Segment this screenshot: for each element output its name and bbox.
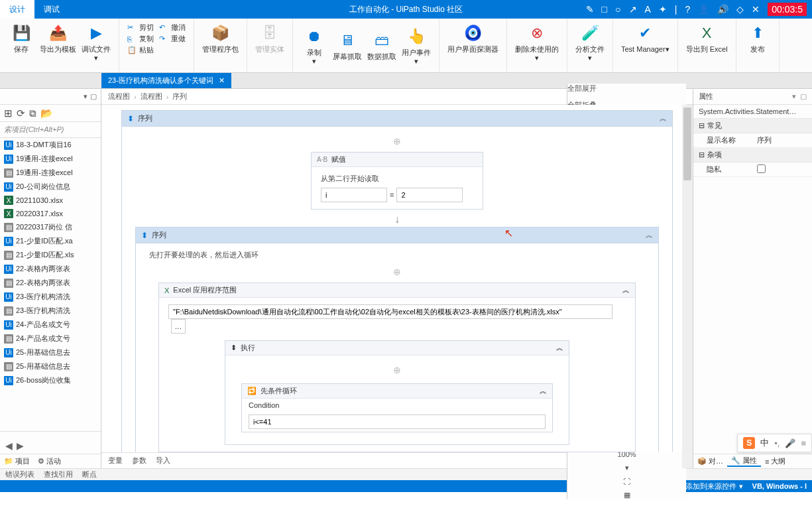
- data-scrape-button[interactable]: 🗃数据抓取: [365, 29, 399, 62]
- ime-mic-icon[interactable]: 🎤: [785, 438, 795, 448]
- collapse-icon[interactable]: ︽: [660, 113, 667, 123]
- tab-error-list[interactable]: 错误列表: [5, 470, 34, 479]
- group-common[interactable]: ⊟ 常见: [693, 119, 812, 133]
- undo-button[interactable]: ↶撤消: [159, 23, 186, 32]
- tab-arguments[interactable]: 参数: [132, 456, 146, 466]
- sound-icon[interactable]: 🔊: [717, 4, 728, 15]
- project-file-item[interactable]: ▤20220317岗位 信: [0, 220, 101, 234]
- nav-left-icon[interactable]: ◀: [4, 439, 14, 452]
- add-activity-button[interactable]: ⊕: [235, 362, 559, 378]
- project-file-item[interactable]: Ui21-少量ID匹配.xa: [0, 234, 101, 248]
- designer-canvas[interactable]: ⬍序列︽ ⊕ A·B赋值 从第二行开始读取 =: [101, 105, 693, 452]
- collapse-icon[interactable]: ︽: [646, 230, 653, 240]
- tab-design[interactable]: 设计: [0, 0, 34, 19]
- open-folder-icon[interactable]: 📂: [40, 107, 53, 119]
- project-file-item[interactable]: X20211030.xlsx: [0, 194, 101, 207]
- publish-button[interactable]: ⬆发布: [742, 21, 774, 55]
- circle-icon[interactable]: ○: [615, 4, 620, 15]
- test-manager-button[interactable]: ✔Test Manager▾: [618, 21, 672, 55]
- crumb-2[interactable]: 流程图: [141, 92, 162, 101]
- ime-language[interactable]: 中: [760, 437, 769, 449]
- square-icon[interactable]: □: [602, 4, 607, 15]
- record-button[interactable]: ⏺录制▾: [298, 25, 330, 67]
- arrow-icon[interactable]: ↗: [629, 4, 637, 15]
- tab-variables[interactable]: 变量: [108, 456, 123, 466]
- tab-find-references[interactable]: 查找引用: [44, 470, 73, 479]
- privacy-checkbox[interactable]: [757, 164, 766, 173]
- close-icon[interactable]: ✕: [752, 4, 760, 15]
- pin-icon[interactable]: ▢: [90, 92, 97, 101]
- tab-breakpoints[interactable]: 断点: [82, 470, 97, 479]
- browse-button[interactable]: …: [171, 319, 186, 334]
- add-activity-button[interactable]: ⊕: [135, 133, 659, 149]
- project-file-item[interactable]: ▤22-表格内两张表: [0, 276, 101, 290]
- tab-activities[interactable]: ⚙ 活动: [34, 456, 65, 466]
- add-to-source-control[interactable]: ✚ 添加到来源控件 ▾: [677, 481, 743, 491]
- project-file-item[interactable]: Ui26-boss岗位收集: [0, 373, 101, 387]
- assign-value-input[interactable]: [396, 188, 463, 202]
- group-misc[interactable]: ⊟ 杂项: [693, 148, 812, 162]
- add-activity-button[interactable]: ⊕: [149, 264, 645, 280]
- nav-right-icon[interactable]: ▶: [15, 439, 25, 452]
- user-icon[interactable]: 👤: [698, 4, 709, 15]
- export-template-button[interactable]: 📤导出为模板: [37, 21, 79, 64]
- project-file-item[interactable]: X20220317.xlsx: [0, 207, 101, 220]
- tab-debug[interactable]: 调试: [34, 0, 69, 19]
- document-tab[interactable]: 23-医疗机构清洗确认多个关键词 ✕: [101, 73, 231, 88]
- paste-button[interactable]: 📋粘贴: [127, 45, 154, 55]
- ime-menu-icon[interactable]: ≡: [801, 438, 806, 448]
- project-file-item[interactable]: ▤25-用基础信息去: [0, 359, 101, 373]
- display-name-value[interactable]: 序列: [757, 135, 807, 145]
- project-search[interactable]: 索项目(Ctrl+Alt+P): [0, 122, 101, 138]
- project-file-item[interactable]: Ui20-公司岗位信息: [0, 180, 101, 194]
- project-file-item[interactable]: Ui22-表格内两张表: [0, 262, 101, 276]
- chevron-down-icon[interactable]: ▾: [84, 92, 87, 101]
- pin-icon[interactable]: ▢: [800, 92, 807, 101]
- text-icon[interactable]: A: [645, 4, 651, 15]
- help-icon[interactable]: ?: [685, 4, 690, 15]
- tab-imports[interactable]: 导入: [156, 456, 170, 466]
- wand-icon[interactable]: ✦: [659, 4, 667, 15]
- project-file-item[interactable]: Ui24-产品名或文号: [0, 318, 101, 332]
- chevron-down-icon[interactable]: ▾: [792, 92, 796, 101]
- refresh-icon[interactable]: ⟳: [17, 107, 25, 119]
- redo-button[interactable]: ↷重做: [159, 34, 186, 44]
- excel-scope-activity[interactable]: XExcel 应用程序范围︽ … ⬍执行︽ ⊕ 🔁先条件循环︽: [158, 283, 636, 452]
- project-file-item[interactable]: ▤19通用-连接excel: [0, 166, 101, 180]
- expand-all-link[interactable]: 全部展开: [567, 84, 686, 94]
- condition-input[interactable]: [249, 414, 546, 429]
- save-button[interactable]: 💾保存: [5, 21, 37, 64]
- cut-button[interactable]: ✂剪切: [127, 23, 154, 32]
- ime-mode-icon[interactable]: •,: [774, 438, 780, 448]
- close-tab-icon[interactable]: ✕: [219, 76, 225, 85]
- tab-outline[interactable]: ≡ 大纲: [761, 456, 789, 466]
- project-file-item[interactable]: Ui23-医疗机构清洗: [0, 290, 101, 304]
- excel-path-input[interactable]: [168, 304, 612, 319]
- export-excel-button[interactable]: X导出到 Excel: [683, 21, 730, 55]
- tab-properties[interactable]: 🔧 属性: [727, 456, 761, 467]
- collapse-icon[interactable]: ︽: [556, 343, 563, 353]
- do-sequence[interactable]: ⬍执行︽ ⊕ 🔁先条件循环︽ Condition: [225, 340, 569, 445]
- project-file-item[interactable]: ▤21-少量ID匹配.xls: [0, 248, 101, 262]
- sequence-inner[interactable]: ⬍序列︽ 先打开要处理的表，然后进入循环 ⊕ XExcel 应用程序范围︽ … …: [135, 227, 659, 452]
- copy-button[interactable]: ⎘复制: [127, 34, 154, 44]
- debug-file-button[interactable]: ▶调试文件▾: [79, 21, 113, 64]
- sequence-top[interactable]: ⬍序列︽ ⊕ A·B赋值 从第二行开始读取 =: [121, 110, 673, 452]
- vertical-scrollbar[interactable]: [682, 105, 693, 468]
- assign-to-input[interactable]: [321, 188, 387, 202]
- crumb-3[interactable]: 序列: [172, 92, 187, 101]
- while-activity[interactable]: 🔁先条件循环︽ Condition: [241, 383, 553, 432]
- project-file-item[interactable]: ▤23-医疗机构清洗: [0, 304, 101, 318]
- diamond-icon[interactable]: ◇: [736, 4, 744, 15]
- collapse-icon[interactable]: ︽: [622, 285, 630, 295]
- tab-project[interactable]: 📁 项目: [0, 456, 34, 466]
- tab-object[interactable]: 📦 对…: [693, 456, 727, 466]
- copy-icon[interactable]: ⧉: [29, 107, 36, 119]
- user-events-button[interactable]: 👆用户事件▾: [399, 25, 434, 67]
- analyze-file-button[interactable]: 🧪分析文件▾: [573, 21, 607, 64]
- manage-packages-button[interactable]: 📦管理程序包: [200, 21, 241, 55]
- ui-explorer-button[interactable]: 🧿用户界面探测器: [445, 21, 501, 55]
- overview-icon[interactable]: ▦: [624, 491, 630, 499]
- crumb-1[interactable]: 流程图: [108, 92, 130, 101]
- remove-unused-button[interactable]: ⊗删除未使用的▾: [512, 21, 561, 64]
